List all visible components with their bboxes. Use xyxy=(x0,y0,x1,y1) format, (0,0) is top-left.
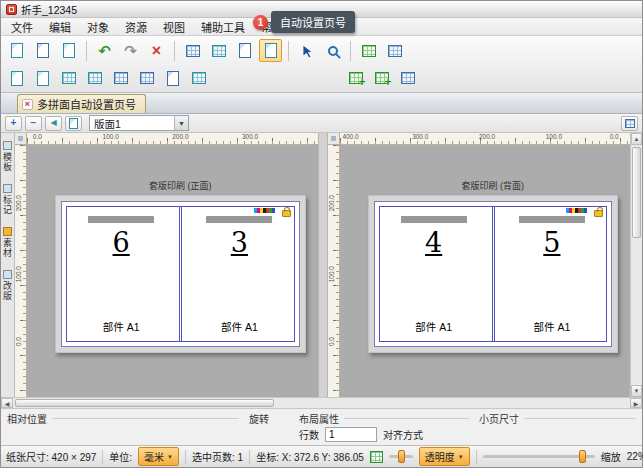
head-bar xyxy=(401,216,467,223)
refresh-layout-icon xyxy=(401,72,415,84)
horizontal-scroll-track[interactable] xyxy=(13,398,630,408)
horizontal-scroll-thumb[interactable] xyxy=(15,399,274,407)
add-page-button[interactable] xyxy=(344,67,367,90)
layers-button[interactable] xyxy=(109,67,132,90)
align-label: 对齐方式 xyxy=(383,427,423,442)
chevron-down-icon[interactable]: ▼ xyxy=(174,116,188,130)
preview-button[interactable] xyxy=(357,39,380,62)
redo-button[interactable]: ↷ xyxy=(119,39,142,62)
page-cell[interactable]: 4 部件 A1 xyxy=(375,202,493,346)
grid-toggle-icon[interactable] xyxy=(370,451,383,463)
menu-resource[interactable]: 资源 xyxy=(117,18,155,35)
undo-button[interactable]: ↶ xyxy=(93,39,116,62)
part-label: 部件 A1 xyxy=(533,319,570,334)
pane-splitter[interactable] xyxy=(318,133,328,397)
unit-value: 毫米 xyxy=(144,449,164,464)
mark-settings-button[interactable] xyxy=(83,67,106,90)
scroll-down-icon[interactable]: ▼ xyxy=(631,385,642,397)
color-bar-button[interactable] xyxy=(161,67,184,90)
fit-view-button[interactable] xyxy=(621,116,638,131)
section-rotation: 旋转 xyxy=(249,411,289,443)
tab-close-icon[interactable]: × xyxy=(22,99,33,110)
layout-list-button[interactable] xyxy=(65,116,82,131)
front-sheet-area: 套版印刷 (正面) 6 部件 A1 xyxy=(55,179,306,353)
ruler-label: 0.0 xyxy=(328,337,335,346)
select-tool-button[interactable] xyxy=(295,39,318,62)
sheet-settings-button[interactable] xyxy=(31,67,54,90)
layers-icon xyxy=(114,72,128,84)
export-button[interactable] xyxy=(383,39,406,62)
menu-edit[interactable]: 编辑 xyxy=(41,18,79,35)
side-tab-template[interactable]: 模板 xyxy=(1,141,14,172)
menu-object[interactable]: 对象 xyxy=(79,18,117,35)
menu-file[interactable]: 文件 xyxy=(3,18,41,35)
unit-select[interactable]: 毫米 ▼ xyxy=(138,447,179,466)
side-tab-material[interactable]: 素材 xyxy=(1,227,14,258)
coordinates-status: 坐标: X: 372.6 Y: 386.05 xyxy=(256,449,364,464)
vertical-scroll-track[interactable] xyxy=(631,145,642,385)
page-setup-button[interactable] xyxy=(233,39,256,62)
remove-layout-button[interactable]: − xyxy=(25,116,42,131)
scroll-right-icon[interactable]: ▶ xyxy=(630,398,642,408)
zoom-slider-knob[interactable] xyxy=(579,450,586,463)
vertical-scrollbar[interactable]: ▲ ▼ xyxy=(630,133,642,397)
color-bar-marks xyxy=(254,208,275,213)
side-tab-marks[interactable]: 标记 xyxy=(1,184,14,215)
insert-table-button[interactable] xyxy=(181,39,204,62)
scroll-left-icon[interactable]: ◀ xyxy=(1,398,13,408)
delete-button[interactable]: × xyxy=(145,39,168,62)
transparency-slider-knob[interactable] xyxy=(398,450,405,463)
part-label: 部件 A1 xyxy=(415,319,452,334)
part-label: 部件 A1 xyxy=(221,319,258,334)
add-sheet-button[interactable] xyxy=(370,67,393,90)
rows-label: 行数 xyxy=(299,427,319,442)
horizontal-scrollbar[interactable]: ◀ ▶ xyxy=(1,397,642,408)
transparency-select[interactable]: 透明度 ▼ xyxy=(419,447,470,466)
save-document-button[interactable] xyxy=(57,39,80,62)
prev-layout-button[interactable]: ◀ xyxy=(45,116,62,131)
marks-tab-icon xyxy=(3,184,12,193)
color-bar-icon xyxy=(167,71,179,86)
page-cell[interactable]: 5 部件 A1 xyxy=(493,202,611,346)
zoom-tool-button[interactable] xyxy=(321,39,344,62)
back-vertical-ruler: 200.0 100.0 0.0 xyxy=(328,145,340,397)
new-document-button[interactable] xyxy=(5,39,28,62)
back-sheet[interactable]: 4 部件 A1 5 部件 A1 xyxy=(374,201,613,347)
layout-select[interactable]: 版面1 ▼ xyxy=(89,115,189,131)
plate-button[interactable] xyxy=(57,67,80,90)
ruler-label: 100.0 xyxy=(328,266,335,282)
auto-set-page-number-button[interactable] xyxy=(259,39,282,62)
page-number: 4 xyxy=(425,227,442,258)
front-canvas[interactable]: 套版印刷 (正面) 6 部件 A1 xyxy=(27,145,318,397)
side-tab-label: 标记 xyxy=(1,195,14,215)
rows-input[interactable] xyxy=(325,427,377,442)
add-layout-button[interactable]: + xyxy=(5,116,22,131)
open-document-button[interactable] xyxy=(31,39,54,62)
tab-auto-page-number[interactable]: × 多拼面自动设置页号 xyxy=(17,94,146,113)
page-cell[interactable]: 3 部件 A1 xyxy=(180,202,298,346)
undo-icon: ↶ xyxy=(98,43,111,58)
menu-view[interactable]: 视图 xyxy=(155,18,193,35)
menu-tools[interactable]: 辅助工具 xyxy=(193,18,253,35)
back-sheet-title: 套版印刷 (背面) xyxy=(368,179,619,192)
select-cursor-icon xyxy=(301,44,313,58)
scroll-up-icon[interactable]: ▲ xyxy=(631,133,642,145)
page-cell[interactable]: 6 部件 A1 xyxy=(62,202,180,346)
layout-grid-button[interactable] xyxy=(207,39,230,62)
refresh-layout-button[interactable] xyxy=(396,67,419,90)
vertical-scroll-thumb[interactable] xyxy=(632,147,641,238)
zoom-slider[interactable] xyxy=(483,455,595,458)
template-tab-icon xyxy=(3,141,12,150)
measure-button[interactable] xyxy=(135,67,158,90)
side-tab-revision[interactable]: 改版 xyxy=(1,270,14,301)
template-button[interactable] xyxy=(5,67,28,90)
back-canvas[interactable]: 套版印刷 (背面) 4 部件 A1 xyxy=(340,145,631,397)
front-pane: 0.0 100.0 200.0 300.0 200.0 100.0 0.0 套版… xyxy=(15,133,318,397)
transparency-slider[interactable] xyxy=(389,455,413,458)
section-divider xyxy=(344,418,469,419)
imposition-icon xyxy=(192,72,206,84)
app-window: 折手_12345 文件 编辑 对象 资源 视图 辅助工具 帮助 ↶ ↷ × xyxy=(0,0,643,468)
section-header: 布局属性 xyxy=(299,411,469,425)
imposition-button[interactable] xyxy=(187,67,210,90)
front-sheet[interactable]: 6 部件 A1 3 部件 A1 xyxy=(61,201,300,347)
